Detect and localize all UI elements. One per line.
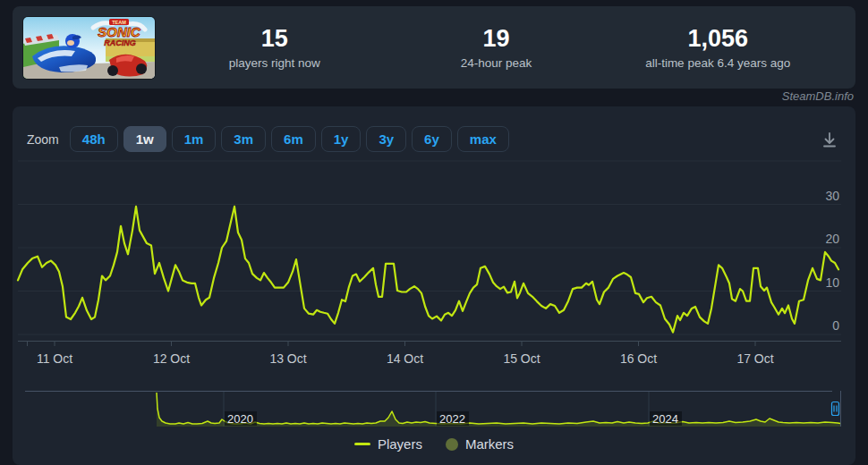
range-button-48h[interactable]: 48h bbox=[70, 126, 118, 152]
range-button-1y[interactable]: 1y bbox=[321, 126, 362, 152]
svg-text:0: 0 bbox=[832, 318, 839, 333]
svg-text:13 Oct: 13 Oct bbox=[269, 351, 306, 366]
legend-item-markers[interactable]: Markers bbox=[446, 436, 514, 452]
svg-text:2022: 2022 bbox=[439, 412, 465, 426]
svg-text:20: 20 bbox=[825, 232, 839, 246]
chart-legend: Players Markers bbox=[13, 436, 855, 452]
player-count-chart: 010203011 Oct12 Oct13 Oct14 Oct15 Oct16 … bbox=[0, 0, 868, 465]
navigator[interactable]: 202020222024 bbox=[25, 391, 841, 427]
legend-item-players[interactable]: Players bbox=[354, 436, 422, 452]
download-icon bbox=[820, 131, 839, 150]
download-chart-button[interactable] bbox=[817, 130, 842, 153]
svg-text:2024: 2024 bbox=[652, 412, 678, 426]
svg-text:30: 30 bbox=[825, 189, 839, 203]
svg-text:14 Oct: 14 Oct bbox=[387, 351, 423, 366]
svg-text:15 Oct: 15 Oct bbox=[503, 351, 540, 366]
svg-text:16 Oct: 16 Oct bbox=[620, 351, 657, 366]
navigator-area bbox=[157, 393, 840, 427]
svg-text:12 Oct: 12 Oct bbox=[153, 351, 190, 366]
markers-circle-swatch bbox=[446, 438, 458, 451]
range-button-1m[interactable]: 1m bbox=[172, 126, 217, 152]
range-button-1w[interactable]: 1w bbox=[123, 126, 166, 152]
navigator-handle[interactable] bbox=[832, 402, 839, 416]
range-button-3m[interactable]: 3m bbox=[221, 126, 266, 152]
range-button-6y[interactable]: 6y bbox=[412, 126, 452, 152]
range-button-3y[interactable]: 3y bbox=[366, 126, 406, 152]
zoom-label: Zoom bbox=[27, 132, 59, 147]
zoom-range-toolbar: Zoom 48h1w1m3m6m1y3y6ymax bbox=[27, 126, 509, 152]
svg-text:2020: 2020 bbox=[227, 412, 253, 426]
svg-text:10: 10 bbox=[825, 275, 839, 290]
svg-text:17 Oct: 17 Oct bbox=[736, 351, 773, 366]
range-button-max[interactable]: max bbox=[457, 126, 509, 152]
x-axis-labels: 11 Oct12 Oct13 Oct14 Oct15 Oct16 Oct17 O… bbox=[28, 342, 774, 367]
players-legend-label: Players bbox=[378, 436, 422, 452]
markers-legend-label: Markers bbox=[465, 436, 514, 452]
svg-text:11 Oct: 11 Oct bbox=[37, 351, 72, 366]
range-button-6m[interactable]: 6m bbox=[271, 126, 316, 152]
players-line-swatch bbox=[354, 443, 370, 445]
navigator-line bbox=[157, 393, 840, 424]
